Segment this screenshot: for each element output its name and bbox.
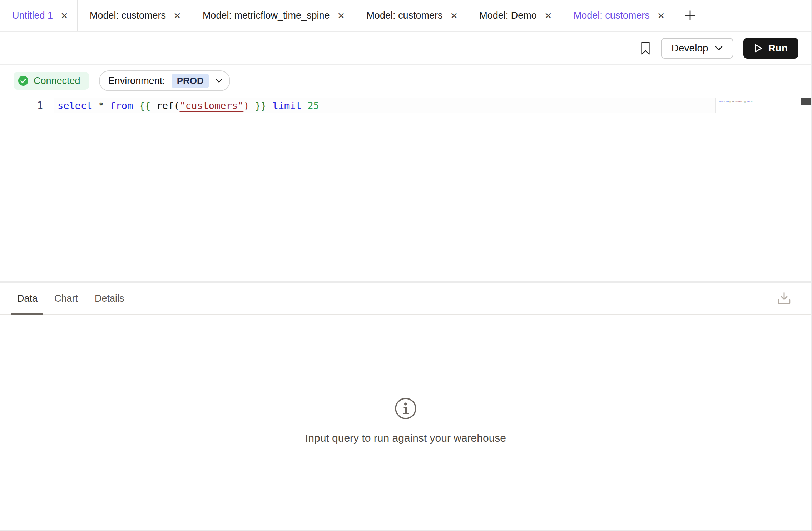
close-tab-icon[interactable]: × xyxy=(174,9,181,21)
develop-button[interactable]: Develop xyxy=(661,38,733,59)
bookmark-icon[interactable] xyxy=(640,41,651,55)
run-button-label: Run xyxy=(768,43,788,54)
run-button[interactable]: Run xyxy=(743,38,798,59)
close-tab-icon[interactable]: × xyxy=(545,9,552,21)
tab-label: Model: Demo xyxy=(479,10,537,21)
connected-label: Connected xyxy=(34,75,80,86)
current-line-highlight[interactable]: select * from {{ ref("customers") }} lim… xyxy=(54,98,716,113)
results-empty-state: Input query to run against your warehous… xyxy=(0,397,811,444)
header-bar: Develop Run xyxy=(0,32,811,65)
editor-minimap[interactable]: select * from {{ ref("customers") }} lim… xyxy=(719,101,788,103)
info-icon xyxy=(394,397,417,420)
editor-tab-4[interactable]: Model: Demo× xyxy=(467,0,561,31)
download-results-button[interactable] xyxy=(777,292,791,305)
ide-root: Untitled 1×Model: customers×Model: metri… xyxy=(0,0,812,531)
line-number-gutter: 1 xyxy=(0,98,54,113)
results-tab-details[interactable]: Details xyxy=(89,283,130,314)
editor-tab-5[interactable]: Model: customers× xyxy=(561,0,674,31)
play-icon xyxy=(754,44,763,53)
editor-line-row: 1 select * from {{ ref("customers") }} l… xyxy=(0,98,811,113)
status-toolbar: Connected Environment: PROD xyxy=(0,65,811,96)
chevron-down-icon xyxy=(216,79,222,83)
tab-label: Model: metricflow_time_spine xyxy=(203,10,330,21)
check-circle-icon xyxy=(18,75,29,86)
editor-tab-1[interactable]: Model: customers× xyxy=(78,0,190,31)
close-tab-icon[interactable]: × xyxy=(450,9,457,21)
connected-status-badge: Connected xyxy=(14,72,89,90)
sql-editor: 1 select * from {{ ref("customers") }} l… xyxy=(0,98,811,281)
new-tab-button[interactable] xyxy=(674,0,706,31)
editor-scrollbar-track xyxy=(801,98,811,281)
close-tab-icon[interactable]: × xyxy=(338,9,345,21)
close-tab-icon[interactable]: × xyxy=(658,9,665,21)
develop-button-label: Develop xyxy=(672,43,708,54)
editor-tab-bar: Untitled 1×Model: customers×Model: metri… xyxy=(0,0,811,32)
editor-tab-2[interactable]: Model: metricflow_time_spine× xyxy=(190,0,355,31)
close-tab-icon[interactable]: × xyxy=(61,9,68,21)
editor-scrollbar-thumb[interactable] xyxy=(801,98,811,105)
chevron-down-icon xyxy=(715,46,723,51)
results-tab-chart[interactable]: Chart xyxy=(49,283,84,314)
editor-tab-3[interactable]: Model: customers× xyxy=(354,0,467,31)
tab-label: Model: customers xyxy=(90,10,166,21)
tab-label: Untitled 1 xyxy=(12,10,53,21)
tab-label: Model: customers xyxy=(366,10,442,21)
environment-select[interactable]: Environment: PROD xyxy=(99,70,230,91)
empty-state-message: Input query to run against your warehous… xyxy=(305,432,506,444)
tab-label: Model: customers xyxy=(574,10,650,21)
results-tab-data[interactable]: Data xyxy=(11,283,43,314)
environment-label: Environment: xyxy=(108,75,165,86)
code-line: select * from {{ ref("customers") }} lim… xyxy=(58,100,319,111)
results-tab-bar: DataChartDetails xyxy=(0,283,811,315)
editor-tab-0[interactable]: Untitled 1× xyxy=(0,0,78,31)
environment-value-chip: PROD xyxy=(172,74,209,88)
